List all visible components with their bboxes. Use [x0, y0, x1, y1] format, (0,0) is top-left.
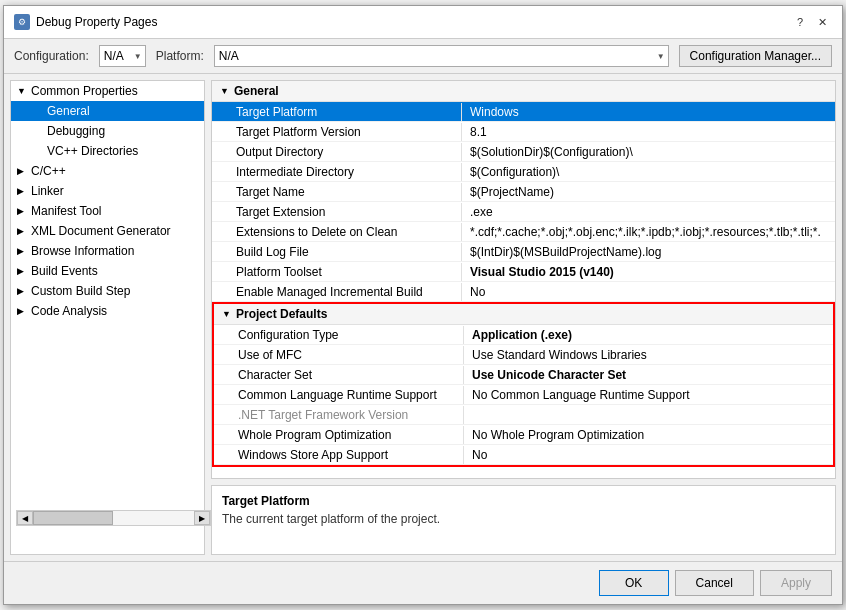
- prop-value-use-mfc: Use Standard Windows Libraries: [464, 346, 833, 364]
- left-panel: ▼ Common Properties General Debugging VC…: [10, 80, 205, 555]
- prop-name-use-mfc: Use of MFC: [214, 346, 464, 364]
- tree-section-label-code-analysis: Code Analysis: [31, 304, 107, 318]
- description-area: Target Platform The current target platf…: [211, 485, 836, 555]
- prop-name-intermediate-directory: Intermediate Directory: [212, 163, 462, 181]
- prop-value-platform-toolset: Visual Studio 2015 (v140): [462, 263, 835, 281]
- prop-row-common-language[interactable]: Common Language Runtime Support No Commo…: [214, 385, 833, 405]
- platform-select-wrapper[interactable]: N/A: [214, 45, 669, 67]
- prop-row-windows-store[interactable]: Windows Store App Support No: [214, 445, 833, 465]
- prop-row-target-extension[interactable]: Target Extension .exe: [212, 202, 835, 222]
- general-toggle[interactable]: ▼: [220, 86, 234, 96]
- project-defaults-header: ▼ Project Defaults: [214, 304, 833, 325]
- tree-section-xml[interactable]: ▶ XML Document Generator: [11, 221, 204, 241]
- prop-value-character-set: Use Unicode Character Set: [464, 366, 833, 384]
- prop-row-net-target[interactable]: .NET Target Framework Version: [214, 405, 833, 425]
- prop-row-target-name[interactable]: Target Name $(ProjectName): [212, 182, 835, 202]
- prop-row-use-mfc[interactable]: Use of MFC Use Standard Windows Librarie…: [214, 345, 833, 365]
- prop-row-whole-program[interactable]: Whole Program Optimization No Whole Prog…: [214, 425, 833, 445]
- tree-toggle-custom-build: ▶: [17, 286, 31, 296]
- tree-section-browse[interactable]: ▶ Browse Information: [11, 241, 204, 261]
- prop-row-output-directory[interactable]: Output Directory $(SolutionDir)$(Configu…: [212, 142, 835, 162]
- platform-select[interactable]: N/A: [214, 45, 669, 67]
- properties-area: ▼ General Target Platform Windows Target…: [211, 80, 836, 479]
- prop-name-build-log: Build Log File: [212, 243, 462, 261]
- dialog-window: ⚙ Debug Property Pages ? ✕ Configuration…: [3, 5, 843, 605]
- prop-name-platform-toolset: Platform Toolset: [212, 263, 462, 281]
- prop-value-build-log: $(IntDir)$(MSBuildProjectName).log: [462, 243, 835, 261]
- description-text: The current target platform of the proje…: [222, 512, 825, 526]
- prop-name-common-language: Common Language Runtime Support: [214, 386, 464, 404]
- prop-row-character-set[interactable]: Character Set Use Unicode Character Set: [214, 365, 833, 385]
- prop-row-target-platform-version[interactable]: Target Platform Version 8.1: [212, 122, 835, 142]
- tree-toggle-common: ▼: [17, 86, 31, 96]
- prop-row-target-platform[interactable]: Target Platform Windows: [212, 102, 835, 122]
- prop-name-target-platform-version: Target Platform Version: [212, 123, 462, 141]
- project-defaults-label: Project Defaults: [236, 307, 327, 321]
- tree-section-custom-build[interactable]: ▶ Custom Build Step: [11, 281, 204, 301]
- config-manager-button[interactable]: Configuration Manager...: [679, 45, 832, 67]
- right-panel: ▼ General Target Platform Windows Target…: [211, 80, 836, 555]
- config-bar: Configuration: N/A Platform: N/A Configu…: [4, 39, 842, 74]
- tree-section-label-common: Common Properties: [31, 84, 138, 98]
- spacer: [212, 467, 835, 479]
- configuration-label: Configuration:: [14, 49, 89, 63]
- tree-section-label-xml: XML Document Generator: [31, 224, 171, 238]
- tree-section-label-linker: Linker: [31, 184, 64, 198]
- prop-row-intermediate-directory[interactable]: Intermediate Directory $(Configuration)\: [212, 162, 835, 182]
- prop-name-windows-store: Windows Store App Support: [214, 446, 464, 464]
- general-section-label: General: [234, 84, 279, 98]
- tree-child-debugging[interactable]: Debugging: [11, 121, 204, 141]
- dialog-icon: ⚙: [14, 14, 30, 30]
- tree-toggle-build-events: ▶: [17, 266, 31, 276]
- general-section-header: ▼ General: [212, 81, 835, 102]
- prop-value-enable-managed: No: [462, 283, 835, 301]
- prop-value-target-platform: Windows: [462, 103, 835, 121]
- prop-value-target-name: $(ProjectName): [462, 183, 835, 201]
- project-defaults-section: ▼ Project Defaults Configuration Type Ap…: [212, 302, 835, 467]
- close-button[interactable]: ✕: [812, 12, 832, 32]
- tree-section-linker[interactable]: ▶ Linker: [11, 181, 204, 201]
- prop-row-enable-managed[interactable]: Enable Managed Incremental Build No: [212, 282, 835, 302]
- prop-row-configuration-type[interactable]: Configuration Type Application (.exe): [214, 325, 833, 345]
- prop-row-build-log[interactable]: Build Log File $(IntDir)$(MSBuildProject…: [212, 242, 835, 262]
- prop-row-extensions-delete[interactable]: Extensions to Delete on Clean *.cdf;*.ca…: [212, 222, 835, 242]
- tree-section-label-cpp: C/C++: [31, 164, 66, 178]
- title-bar: ⚙ Debug Property Pages ? ✕: [4, 6, 842, 39]
- tree-section-manifest[interactable]: ▶ Manifest Tool: [11, 201, 204, 221]
- tree-toggle-manifest: ▶: [17, 206, 31, 216]
- apply-button[interactable]: Apply: [760, 570, 832, 596]
- prop-name-target-name: Target Name: [212, 183, 462, 201]
- prop-value-windows-store: No: [464, 446, 833, 464]
- main-content: ▼ Common Properties General Debugging VC…: [4, 74, 842, 561]
- configuration-select-wrapper[interactable]: N/A: [99, 45, 146, 67]
- project-defaults-toggle[interactable]: ▼: [222, 309, 236, 319]
- prop-value-extensions-delete: *.cdf;*.cache;*.obj;*.obj.enc;*.ilk;*.ip…: [462, 223, 835, 241]
- tree-toggle-code-analysis: ▶: [17, 306, 31, 316]
- prop-name-character-set: Character Set: [214, 366, 464, 384]
- tree-section-label-custom-build: Custom Build Step: [31, 284, 130, 298]
- title-bar-left: ⚙ Debug Property Pages: [14, 14, 157, 30]
- tree-child-general[interactable]: General: [11, 101, 204, 121]
- tree-section-common-properties[interactable]: ▼ Common Properties: [11, 81, 204, 101]
- ok-button[interactable]: OK: [599, 570, 669, 596]
- tree-section-code-analysis[interactable]: ▶ Code Analysis: [11, 301, 204, 321]
- prop-row-platform-toolset[interactable]: Platform Toolset Visual Studio 2015 (v14…: [212, 262, 835, 282]
- bottom-bar: OK Cancel Apply: [4, 561, 842, 604]
- prop-name-extensions-delete: Extensions to Delete on Clean: [212, 223, 462, 241]
- prop-value-target-platform-version: 8.1: [462, 123, 835, 141]
- prop-value-target-extension: .exe: [462, 203, 835, 221]
- platform-label: Platform:: [156, 49, 204, 63]
- description-title: Target Platform: [222, 494, 825, 508]
- tree-child-vc-directories[interactable]: VC++ Directories: [11, 141, 204, 161]
- prop-value-whole-program: No Whole Program Optimization: [464, 426, 833, 444]
- tree-section-label-build-events: Build Events: [31, 264, 98, 278]
- tree-toggle-xml: ▶: [17, 226, 31, 236]
- help-button[interactable]: ?: [790, 12, 810, 32]
- prop-name-target-extension: Target Extension: [212, 203, 462, 221]
- tree-section-build-events[interactable]: ▶ Build Events: [11, 261, 204, 281]
- tree-section-cpp[interactable]: ▶ C/C++: [11, 161, 204, 181]
- prop-value-configuration-type: Application (.exe): [464, 326, 833, 344]
- configuration-select[interactable]: N/A: [99, 45, 146, 67]
- cancel-button[interactable]: Cancel: [675, 570, 754, 596]
- project-defaults-rows: Configuration Type Application (.exe) Us…: [214, 325, 833, 465]
